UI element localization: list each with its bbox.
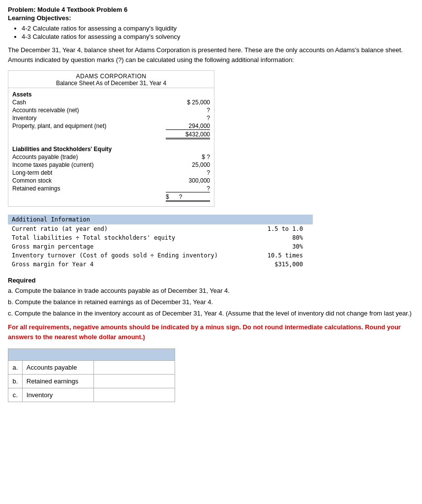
answer-table: a. Accounts payable b. Retained earnings… [8, 348, 175, 402]
accounts-receivable-row: Accounts receivable (net) ? [8, 106, 214, 114]
required-item-c: c. Compute the balance in the inventory … [8, 309, 414, 319]
assets-section-header: Assets [8, 88, 214, 98]
answer-label-c: Inventory [22, 388, 93, 402]
required-list: a. Compute the balance in trade accounts… [8, 286, 414, 318]
additional-info-row-2: Gross margin percentage 30% [8, 242, 313, 251]
answer-label-b: Retained earnings [22, 375, 93, 388]
liabilities-section-header: Liabilities and Stockholders' Equity [8, 143, 214, 153]
objective-1: 4-2 Calculate ratios for assessing a com… [22, 25, 414, 32]
retained-earnings-row: Retained earnings ? [8, 185, 214, 193]
answer-label-a: Accounts payable [22, 361, 93, 375]
warning-text: For all requirements, negative amounts s… [8, 322, 414, 342]
additional-info-table: Additional Information Current ratio (at… [8, 215, 313, 269]
answer-table-header [8, 349, 175, 361]
answer-row-a: a. Accounts payable [8, 361, 175, 375]
income-taxes-payable-row: Income taxes payable (current) 25,000 [8, 161, 214, 169]
answer-input-b[interactable] [98, 378, 171, 385]
additional-info-row-4: Gross margin for Year 4 $315,000 [8, 260, 313, 269]
company-name: ADAMS CORPORATION [8, 73, 214, 80]
cash-row: Cash $ 25,000 [8, 98, 214, 106]
liabilities-total-row: $ ? [8, 193, 214, 202]
assets-total-row: $432,000 [8, 130, 214, 140]
objective-2: 4-3 Calculate ratios for assessing a com… [22, 33, 414, 40]
additional-info-row-0: Current ratio (at year end) 1.5 to 1.0 [8, 224, 313, 233]
long-term-debt-row: Long-term debt ? [8, 169, 214, 177]
problem-title: Problem: Module 4 Textbook Problem 6 [8, 6, 414, 13]
answer-input-c[interactable] [98, 391, 171, 399]
answer-input-cell-a[interactable] [93, 361, 175, 375]
common-stock-row: Common stock 300,000 [8, 177, 214, 185]
answer-letter-c: c. [8, 388, 23, 402]
answer-input-a[interactable] [98, 364, 171, 371]
additional-info-row-1: Total liabilities ÷ Total stockholders' … [8, 233, 313, 242]
answer-input-cell-c[interactable] [93, 388, 175, 402]
required-title: Required [8, 277, 414, 284]
answer-letter-b: b. [8, 375, 23, 388]
answer-row-b: b. Retained earnings [8, 375, 175, 388]
answer-row-c: c. Inventory [8, 388, 175, 402]
learning-objectives-label: Learning Objectives: [8, 14, 414, 22]
bs-header: ADAMS CORPORATION Balance Sheet As of De… [8, 71, 214, 88]
required-item-b: b. Compute the balance in retained earni… [8, 297, 414, 308]
required-item-a: a. Compute the balance in trade accounts… [8, 286, 414, 296]
balance-sheet: ADAMS CORPORATION Balance Sheet As of De… [8, 70, 214, 207]
ppe-row: Property, plant, and equipment (net) 294… [8, 122, 214, 130]
answer-input-cell-b[interactable] [93, 375, 175, 388]
inventory-row: Inventory ? [8, 114, 214, 122]
sheet-title: Balance Sheet As of December 31, Year 4 [8, 80, 214, 87]
accounts-payable-row: Accounts payable (trade) $ ? [8, 153, 214, 161]
additional-info-row-3: Inventory turnover (Cost of goods sold ÷… [8, 251, 313, 260]
additional-info-header: Additional Information [8, 215, 313, 224]
description-text: The December 31, Year 4, balance sheet f… [8, 45, 414, 64]
answer-letter-a: a. [8, 361, 23, 375]
objectives-list: 4-2 Calculate ratios for assessing a com… [8, 25, 414, 40]
